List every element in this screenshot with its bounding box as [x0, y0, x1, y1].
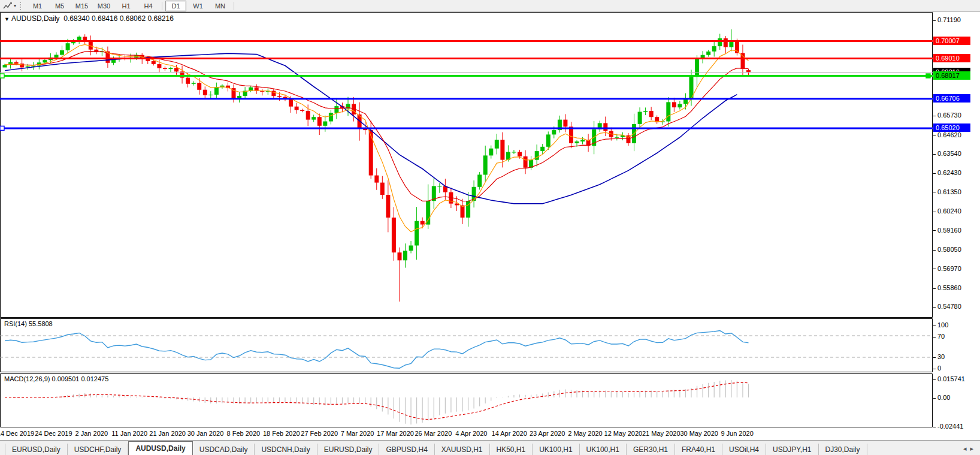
chart-symbol-period: AUDUSD,Daily [11, 14, 60, 23]
macd-signal-value: 0.012475 [81, 375, 108, 382]
chart-title: ▼AUDUSD,Daily 0.68340 0.68416 0.68062 0.… [4, 14, 174, 23]
chart-tab-8-hk50-h1[interactable]: HK50,H1 [490, 444, 533, 455]
chart-tab-0-eurusd-daily[interactable]: EURUSD,Daily [5, 444, 68, 455]
price-tick-0.60240: 0.60240 [933, 207, 961, 215]
chart-tab-6-gbpusd-h4[interactable]: GBPUSD,H4 [379, 444, 434, 455]
price-tick-0.58050: 0.58050 [933, 246, 961, 254]
chart-tab-3-usdcad-daily[interactable]: USDCAD,Daily [193, 444, 255, 455]
chart-close-value: 0.68216 [147, 14, 173, 23]
chart-tab-12-fra40-h1[interactable]: FRA40,H1 [675, 444, 722, 455]
chart-tab-2-audusd-daily[interactable]: AUDUSD,Daily [128, 441, 192, 455]
rsi-label: RSI(14) 55.5808 [4, 320, 53, 327]
level-line-handle[interactable] [0, 74, 4, 78]
macd-tick-0.00: 0.00 [933, 394, 950, 402]
price-level-badge-0.65020: 0.65020 [933, 123, 970, 132]
chart-tools-icon[interactable] [2, 1, 14, 10]
macd-main-value: 0.009501 [52, 375, 79, 382]
timeframe-button-h1[interactable]: H1 [116, 1, 137, 11]
timeframe-button-d1[interactable]: D1 [165, 1, 186, 11]
price-tick-0.55860: 0.55860 [933, 284, 961, 292]
chart-tab-10-uk100-h1[interactable]: UK100,H1 [580, 444, 627, 455]
macd-tick--0.02441: -0.02441 [933, 423, 963, 430]
chart-tab-13-usoil-h4[interactable]: USOil,H4 [722, 444, 766, 455]
chart-tab-15-dj30-daily[interactable]: DJ30,Daily [819, 444, 867, 455]
price-level-badge-0.68017: 0.68017 [933, 71, 970, 80]
toolbar-separator [234, 2, 234, 10]
chart-low-value: 0.68062 [120, 14, 146, 23]
chart-open-value: 0.68340 [63, 14, 89, 23]
date-label: 9 Jun 2020 [710, 430, 764, 437]
price-tick-0.63540: 0.63540 [933, 150, 961, 158]
timeframe-button-m1[interactable]: M1 [27, 1, 48, 11]
macd-label: MACD(12,26,9) 0.009501 0.012475 [4, 375, 108, 382]
mt4-window: ▾ M1M5M15M30H1H4D1W1MN ▼AUDUSD,Daily 0.6… [0, 0, 980, 455]
timeframe-toolbar: ▾ M1M5M15M30H1H4D1W1MN [0, 0, 980, 12]
chart-tab-bar: EURUSD,DailyUSDCHF,DailyAUDUSD,DailyUSDC… [0, 440, 980, 455]
toolbar-grip[interactable] [20, 2, 24, 10]
macd-indicator-pane[interactable] [0, 373, 933, 427]
chevron-down-icon[interactable]: ▾ [14, 3, 16, 8]
timeframe-button-h4[interactable]: H4 [138, 1, 159, 11]
toolbar-separator [162, 2, 162, 10]
rsi-indicator-pane[interactable] [0, 318, 933, 372]
level-line-handle[interactable] [926, 74, 930, 78]
chart-tab-7-xauusd-h1[interactable]: XAUUSD,H1 [435, 444, 490, 455]
price-tick-0.71190: 0.71190 [933, 16, 961, 24]
rsi-tick-70: 70 [933, 333, 945, 341]
date-axis: 14 Dec 201924 Dec 20192 Jan 202011 Jan 2… [0, 427, 933, 439]
chart-tab-5-eurusd-daily[interactable]: EURUSD,Daily [317, 444, 380, 455]
rsi-tick-100: 100 [933, 321, 948, 329]
price-tick-0.61350: 0.61350 [933, 188, 961, 196]
chart-tab-11-ger30-h1[interactable]: GER30,H1 [627, 444, 675, 455]
timeframe-button-m15[interactable]: M15 [71, 1, 92, 11]
main-chart-pane[interactable] [0, 12, 933, 318]
level-line-handle[interactable] [0, 126, 4, 130]
rsi-tick-30: 30 [933, 353, 945, 361]
chart-title-caret-icon[interactable]: ▼ [4, 16, 10, 22]
chart-high-value: 0.68416 [92, 14, 117, 23]
price-tick-0.54780: 0.54780 [933, 303, 961, 311]
price-tick-0.65730: 0.65730 [933, 112, 961, 119]
price-axis: 0.711900.679200.657300.646200.635400.624… [933, 12, 980, 427]
macd-tick-0.015741: 0.015741 [933, 375, 965, 383]
price-level-badge-0.69010: 0.69010 [933, 54, 970, 62]
tab-scroll-arrows[interactable]: ◂▸ [963, 445, 977, 453]
tab-scroll-right-icon[interactable]: ▸ [970, 445, 977, 452]
tab-scroll-left-icon[interactable]: ◂ [963, 445, 970, 452]
price-level-badge-0.70007: 0.70007 [933, 37, 970, 45]
price-tick-0.62430: 0.62430 [933, 169, 961, 177]
price-tick-0.56970: 0.56970 [933, 265, 961, 273]
timeframe-button-m5[interactable]: M5 [49, 1, 70, 11]
rsi-current-value: 55.5808 [29, 320, 53, 327]
chart-tab-1-usdchf-daily[interactable]: USDCHF,Daily [68, 444, 129, 455]
price-tick-0.64620: 0.64620 [933, 131, 961, 139]
chart-tab-4-usdcnh-daily[interactable]: USDCNH,Daily [255, 444, 317, 455]
price-level-badge-0.66706: 0.66706 [933, 94, 970, 103]
chart-tab-14-usdjpy-h1[interactable]: USDJPY,H1 [766, 444, 818, 455]
timeframe-button-mn[interactable]: MN [210, 1, 231, 11]
timeframe-button-m30[interactable]: M30 [93, 1, 114, 11]
timeframe-button-w1[interactable]: W1 [187, 1, 208, 11]
rsi-tick-0: 0 [933, 364, 941, 372]
chart-tab-9-uk100-h1[interactable]: UK100,H1 [533, 444, 579, 455]
price-tick-0.59160: 0.59160 [933, 227, 961, 234]
